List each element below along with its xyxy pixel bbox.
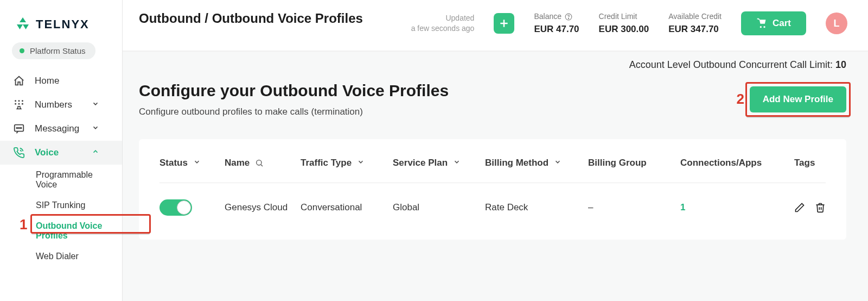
status-dot-icon [20, 48, 24, 53]
available-credit-value: EUR 347.70 [668, 22, 722, 36]
col-group-label: Billing Group [588, 158, 647, 168]
col-tags: Tags [794, 158, 826, 168]
sidebar-item-messaging[interactable]: Messaging [0, 117, 122, 141]
svg-point-5 [22, 100, 23, 102]
chevron-down-icon [357, 158, 365, 168]
available-credit-label: Available Credit [668, 11, 722, 22]
col-status-label: Status [159, 158, 188, 168]
svg-marker-1 [17, 24, 23, 29]
page-subtitle: Configure outbound profiles to make call… [139, 106, 449, 117]
cell-traffic: Conversational [301, 202, 387, 213]
col-billing-label: Billing Method [485, 158, 548, 168]
table-header: Status Name Traffic Type Service Plan [159, 158, 826, 183]
help-icon[interactable] [565, 13, 572, 21]
svg-point-6 [15, 103, 16, 105]
col-traffic-type[interactable]: Traffic Type [301, 158, 387, 168]
svg-point-10 [16, 128, 17, 129]
breadcrumb: Outbound / Outbound Voice Profiles [139, 11, 363, 26]
col-name-label: Name [225, 158, 250, 168]
chevron-up-icon [92, 147, 109, 158]
add-new-profile-label: Add New Profile [763, 94, 833, 104]
available-credit-block: Available Credit EUR 347.70 [668, 11, 722, 36]
chevron-down-icon [554, 158, 561, 168]
status-toggle[interactable] [159, 199, 192, 216]
sidebar-subitem-programmable-voice[interactable]: Programmable Voice [0, 165, 122, 195]
balance-label: Balance [534, 11, 561, 22]
primary-nav: Home Numbers Messaging Voice Programmabl… [0, 69, 122, 267]
col-billing-group: Billing Group [588, 158, 675, 168]
updated-indicator: Updated a few seconds ago [411, 13, 475, 34]
svg-marker-0 [20, 17, 26, 22]
sidebar: TELNYX Platform Status Home Numbers Mess… [0, 0, 123, 301]
sidebar-item-numbers[interactable]: Numbers [0, 93, 122, 117]
svg-point-16 [568, 18, 569, 18]
row-actions [794, 202, 826, 213]
add-funds-button[interactable] [494, 13, 514, 34]
svg-point-12 [21, 128, 22, 129]
chat-icon [13, 123, 25, 135]
chevron-down-icon [92, 123, 109, 134]
home-icon [13, 75, 25, 87]
profiles-table-card: Status Name Traffic Type Service Plan [139, 139, 846, 240]
page-title: Configure your Outbound Voice Profiles [139, 81, 449, 100]
credit-limit-label: Credit Limit [599, 11, 649, 22]
toggle-knob [177, 200, 191, 215]
top-bar: Outbound / Outbound Voice Profiles Updat… [123, 0, 868, 52]
col-service-plan[interactable]: Service Plan [393, 158, 480, 168]
avatar-initial: L [834, 18, 840, 29]
svg-point-17 [760, 26, 762, 28]
account-call-limit: Account Level Outbound Concurrent Call L… [139, 59, 846, 71]
brand-text: TELNYX [36, 17, 90, 32]
col-billing-method[interactable]: Billing Method [485, 158, 583, 168]
updated-ago: a few seconds ago [411, 23, 475, 34]
svg-point-18 [763, 26, 765, 28]
edit-icon[interactable] [794, 202, 805, 213]
sidebar-sublabel-sip: SIP Trunking [36, 200, 85, 210]
dialpad-icon [13, 99, 25, 111]
col-name[interactable]: Name [225, 158, 295, 168]
cart-button[interactable]: Cart [741, 11, 806, 35]
brand-logo[interactable]: TELNYX [15, 17, 107, 32]
svg-line-20 [261, 165, 263, 166]
avatar[interactable]: L [826, 12, 847, 34]
svg-point-4 [18, 100, 20, 102]
cell-connections-link[interactable]: 1 [680, 202, 789, 213]
delete-icon[interactable] [815, 202, 826, 213]
sidebar-sublabel-programmable-voice: Programmable Voice [36, 170, 109, 190]
phone-icon [13, 147, 25, 159]
cell-name: Genesys Cloud [225, 202, 295, 213]
main-panel: Outbound / Outbound Voice Profiles Updat… [123, 0, 868, 301]
telnyx-mark-icon [15, 17, 30, 32]
cart-icon [756, 18, 767, 29]
limit-value: 10 [835, 59, 846, 70]
col-traffic-label: Traffic Type [301, 158, 352, 168]
sidebar-label-home: Home [35, 76, 59, 86]
limit-text: Account Level Outbound Concurrent Call L… [629, 59, 835, 70]
svg-point-3 [15, 100, 16, 102]
updated-label: Updated [411, 13, 475, 24]
col-tags-label: Tags [794, 158, 815, 168]
chevron-down-icon [453, 158, 461, 168]
sidebar-subitem-outbound-voice-profiles[interactable]: Outbound Voice Profiles [0, 216, 122, 246]
sidebar-item-home[interactable]: Home [0, 69, 122, 93]
sidebar-item-voice[interactable]: Voice [0, 141, 122, 165]
sidebar-subitem-web-dialer[interactable]: Web Dialer [0, 246, 122, 267]
balance-block: Balance EUR 47.70 [534, 11, 579, 36]
col-connections-apps: Connections/Apps [680, 158, 789, 168]
svg-point-7 [18, 103, 20, 105]
platform-status[interactable]: Platform Status [12, 42, 95, 59]
table-row: Genesys Cloud Conversational Global Rate… [159, 183, 826, 216]
col-conn-label: Connections/Apps [680, 158, 762, 168]
sidebar-sublabel-ovp: Outbound Voice Profiles [36, 221, 109, 241]
sidebar-label-voice: Voice [35, 147, 59, 158]
sidebar-label-messaging: Messaging [35, 123, 79, 134]
credit-limit-value: EUR 300.00 [599, 22, 649, 36]
callout-2: 2 [737, 91, 744, 108]
col-status[interactable]: Status [159, 158, 219, 168]
sidebar-subitem-sip-trunking[interactable]: SIP Trunking [0, 195, 122, 216]
svg-marker-2 [23, 24, 29, 29]
sidebar-label-numbers: Numbers [35, 99, 72, 110]
add-new-profile-button[interactable]: Add New Profile [750, 86, 846, 112]
search-icon[interactable] [255, 159, 264, 167]
platform-status-label: Platform Status [30, 46, 86, 55]
